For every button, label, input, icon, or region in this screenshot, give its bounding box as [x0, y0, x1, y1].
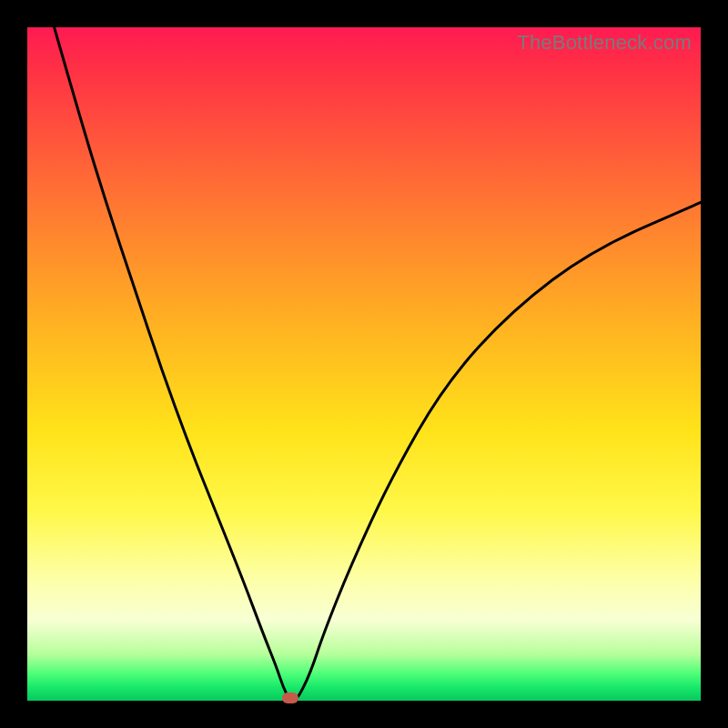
chart-frame: TheBottleneck.com — [0, 0, 728, 728]
plot-area: TheBottleneck.com — [27, 27, 701, 701]
watermark-text: TheBottleneck.com — [517, 31, 692, 55]
bottleneck-curve — [27, 27, 701, 701]
minimum-marker — [282, 693, 298, 703]
